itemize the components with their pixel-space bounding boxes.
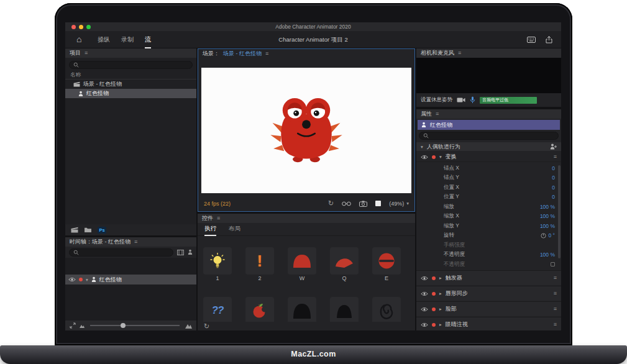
new-scene-icon[interactable]: [71, 227, 78, 233]
visibility-eye-icon[interactable]: [421, 155, 428, 160]
fit-timeline-icon[interactable]: [70, 322, 76, 329]
chevron-right-icon[interactable]: ▸: [439, 291, 442, 296]
minimize-button[interactable]: [79, 25, 83, 29]
trigger-tile[interactable]: W: [288, 247, 316, 281]
property-value[interactable]: 0: [552, 175, 555, 181]
trigger-tile[interactable]: [372, 297, 401, 324]
panel-menu-icon[interactable]: ≡: [265, 51, 268, 57]
set-rest-pose-button[interactable]: 设置休息姿势: [421, 96, 452, 104]
timeline-zoom-slider[interactable]: [90, 325, 180, 326]
visibility-eye-icon[interactable]: [421, 307, 428, 312]
add-behavior-icon[interactable]: [550, 143, 557, 150]
property-value[interactable]: 100 %: [540, 252, 555, 258]
glasses-icon[interactable]: [342, 201, 351, 206]
property-value[interactable]: 100 %: [540, 204, 555, 210]
panel-menu-icon[interactable]: ≡: [134, 239, 137, 245]
tab-layout[interactable]: 布局: [229, 223, 240, 236]
record-arm-dot[interactable]: [432, 276, 436, 280]
property-value[interactable]: 0: [552, 184, 555, 191]
trigger-tile[interactable]: [288, 297, 316, 324]
tab-rig[interactable]: 操纵: [98, 31, 110, 48]
panel-menu-icon[interactable]: ≡: [217, 216, 220, 221]
camera-icon[interactable]: [457, 97, 465, 103]
properties-search[interactable]: [419, 132, 559, 140]
trigger-tile[interactable]: [245, 297, 274, 324]
property-value[interactable]: 0: [552, 165, 555, 171]
trigger-tile[interactable]: ! 2: [245, 247, 274, 281]
record-arm-dot[interactable]: [79, 278, 83, 281]
slider-thumb[interactable]: [121, 323, 126, 328]
property-value[interactable]: 0 °: [549, 232, 556, 239]
project-search[interactable]: [69, 61, 193, 69]
zoom-control[interactable]: (49%) ▾: [389, 201, 409, 207]
maximize-button[interactable]: [86, 25, 91, 29]
row-menu-icon[interactable]: ≡: [554, 291, 557, 296]
behavior-row-lipsync[interactable]: ▸ 唇形同步 ≡: [416, 286, 561, 301]
rotation-dial-icon[interactable]: [541, 233, 546, 239]
chevron-down-icon[interactable]: ▾: [86, 277, 88, 283]
trigger-tile[interactable]: E: [372, 247, 401, 281]
stage-color-swatch[interactable]: [375, 201, 381, 206]
properties-search-input[interactable]: [431, 133, 554, 139]
chevron-right-icon[interactable]: ▸: [439, 322, 442, 327]
chevron-right-icon[interactable]: ▸: [439, 306, 442, 312]
transform-behavior-row[interactable]: ▾ 变换 ≡: [416, 152, 561, 162]
visibility-eye-icon[interactable]: [68, 277, 76, 282]
zoom-out-mountain-icon[interactable]: [80, 324, 85, 328]
opacity-checkbox[interactable]: [551, 262, 555, 266]
project-search-input[interactable]: [81, 62, 188, 68]
visibility-eye-icon[interactable]: [421, 276, 428, 281]
visibility-eye-icon[interactable]: [421, 322, 428, 327]
timeline-search-input[interactable]: [81, 249, 169, 255]
property-value[interactable]: 100 %: [540, 223, 555, 229]
chevron-down-icon[interactable]: ▾: [439, 154, 442, 160]
scene-canvas[interactable]: [201, 68, 411, 193]
row-menu-icon[interactable]: ≡: [554, 275, 557, 281]
chevron-down-icon[interactable]: ▾: [421, 144, 423, 150]
behaviors-section-header[interactable]: ▾ 人偶轨道行为: [416, 142, 561, 151]
record-arm-dot[interactable]: [432, 292, 436, 296]
panel-menu-icon[interactable]: ≡: [458, 50, 461, 56]
trigger-tile[interactable]: Q: [330, 247, 359, 281]
row-menu-icon[interactable]: ≡: [554, 306, 557, 312]
trigger-tile[interactable]: ??: [203, 297, 232, 324]
record-arm-dot[interactable]: [432, 155, 436, 159]
photoshop-badge[interactable]: Ps: [98, 227, 106, 234]
behavior-row-face[interactable]: ▸ 脸部 ≡: [416, 301, 561, 316]
share-icon[interactable]: [546, 36, 552, 43]
behavior-row-eyegaze[interactable]: ▸ 眼睛注视 ≡: [416, 317, 561, 330]
selected-puppet-row[interactable]: 红色怪物: [418, 120, 560, 130]
refresh-controls-icon[interactable]: ↻: [204, 323, 209, 330]
snapshot-camera-icon[interactable]: [359, 201, 367, 207]
microphone-icon[interactable]: [470, 96, 475, 104]
timeline-track[interactable]: ▾ 红色怪物: [65, 275, 196, 284]
home-icon[interactable]: ⌂: [76, 35, 81, 43]
row-menu-icon[interactable]: ≡: [554, 154, 557, 160]
scrollbar[interactable]: [558, 165, 561, 258]
project-item-scene[interactable]: 场景 - 红色怪物: [65, 80, 196, 89]
filter-tracks-icon[interactable]: [177, 250, 184, 255]
panel-menu-icon[interactable]: ≡: [85, 50, 88, 56]
tab-stream[interactable]: 流: [145, 31, 151, 48]
timeline-search[interactable]: [69, 248, 173, 257]
chevron-right-icon[interactable]: ▸: [439, 275, 442, 281]
row-menu-icon[interactable]: ≡: [554, 322, 557, 327]
record-arm-dot[interactable]: [432, 323, 436, 327]
tab-perform[interactable]: 执行: [204, 223, 216, 236]
close-button[interactable]: [71, 25, 76, 29]
panel-menu-icon[interactable]: ≡: [436, 111, 439, 117]
zoom-in-mountain-icon[interactable]: [185, 323, 192, 329]
property-value[interactable]: 0: [552, 194, 555, 200]
trigger-tile[interactable]: [330, 297, 359, 324]
project-item-puppet[interactable]: 红色怪物: [65, 89, 196, 98]
property-value[interactable]: 100 %: [540, 213, 555, 219]
visibility-eye-icon[interactable]: [421, 291, 428, 296]
trigger-tile[interactable]: 1: [203, 247, 232, 281]
record-arm-dot[interactable]: [432, 307, 436, 311]
folder-icon[interactable]: [84, 227, 92, 233]
keyboard-icon[interactable]: [527, 37, 536, 43]
tab-record[interactable]: 录制: [121, 31, 134, 48]
behavior-row-triggers[interactable]: ▸ 触发器 ≡: [416, 270, 561, 285]
puppet-filter-icon[interactable]: [188, 249, 193, 255]
refresh-scene-icon[interactable]: ↻: [328, 200, 334, 207]
